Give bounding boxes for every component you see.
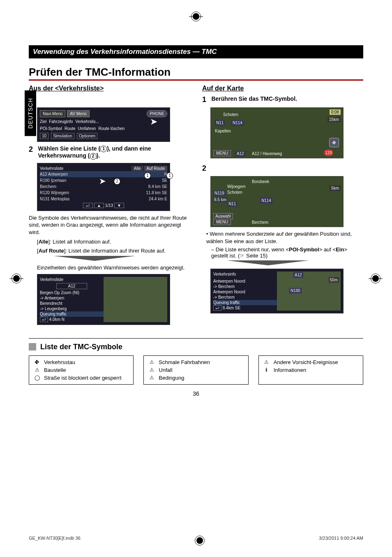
nav-bottom[interactable]: Simulation [51,133,74,139]
map-label: N11 [215,120,225,125]
roadworks-icon: ⚠ [33,367,41,373]
text-part: ). [97,152,100,159]
menu-button[interactable]: MENU [213,219,231,225]
bold-part: Ein [336,246,344,253]
step-number: 1 [202,95,210,104]
list-tab-alle[interactable]: Alle [131,166,143,171]
page: DEUTSCH Verwendung des Verkehrsinformati… [0,0,392,557]
map-label: A12 [235,151,245,156]
speed-badge: 120 [324,149,333,156]
menu-button[interactable]: MENU [213,150,231,156]
info-line: -> Berchem [213,295,277,300]
map-screenshot-2: Borsbeek Wijnegem Schoten N119 N11 N114 … [210,176,344,227]
circled-1-icon: 1 [100,146,107,152]
back-button[interactable]: ⮐ [40,317,48,322]
nav-menu-screenshot: Navi-Menü AV Menü PHONE Ziel Fahrzeuginf… [37,107,170,142]
option-alle: [Alle]: Listet all Information auf. [37,238,190,246]
cell: Wijnegem [51,190,69,195]
registration-mark-top [191,12,201,21]
callout-1-icon: 1 [166,172,173,179]
map-label: N114 [260,198,272,203]
detail-line: Berendrecht [40,301,104,306]
nav-bottom[interactable]: 10 [40,133,48,139]
tmc-button[interactable]: ⛖ [329,138,339,147]
text-part: Die Liste erscheint nur, wenn < [216,246,289,253]
detail-intro: Einzelheiten des gewählten Warnhinweises… [37,264,190,272]
detail-line: Bergen Op Zoom (NI) [40,290,104,295]
right-column: Auf der Karte 1 Berühren Sie das TMC-Sym… [202,82,363,328]
map-screenshot-1: 0:08 15km Schoten N11 N114 Kapellen MENU… [210,107,344,158]
map-label: Schoten [223,112,238,117]
status-line: Queuing traffic [40,311,104,317]
text-part: Wählen Sie eine Liste ( [38,145,100,152]
map-label: N114 [231,120,244,125]
text-part: > auf < [319,246,336,253]
dist: 4.0km [49,317,60,322]
nav-item[interactable]: Verkehrslis... [76,119,99,124]
symbol-row: ℹInformationen [263,366,359,374]
circled-2-icon: 2 [90,153,97,160]
nav-item[interactable]: Fahrzeuginfo [49,119,73,124]
step-number: 2 [202,164,210,173]
registration-mark-bottom [195,536,205,545]
map-label: A12 / Havenweg [252,151,282,156]
cell: SE [162,190,167,195]
step-text: Berühren Sie das TMC-Symbol. [211,95,297,102]
panel-title: Verkehrsinfo [213,272,277,277]
language-tab: DEUTSCH [25,91,36,136]
nav-tab[interactable]: AV Menü [67,110,89,117]
back-button[interactable]: ⮐ [83,203,93,208]
symbols-col-3: ⚠Andere Vorsicht-Ereignisse ℹInformation… [258,355,363,385]
nav-tab[interactable]: Navi-Menü [40,110,65,117]
footer-right: 3/23/2011 9:00:24 AM [319,536,363,545]
right-sub-heading: Auf der Karte [202,85,363,92]
table-row[interactable]: R120 Wijnegem 11.8 km SE [40,190,167,196]
table-row[interactable]: N131 Merksplas 24.4 km E [40,196,167,202]
symbols-grid: ⛖Verkehrsstau ⚠Baustelle ◯Straße ist blo… [29,355,363,385]
symbol-label: Straße ist blockiert oder gesperrt [44,375,122,381]
cell: Berchem [40,184,56,189]
blocked-road-icon: ◯ [33,375,41,381]
symbol-label: Baustelle [44,367,66,373]
flow-arrow-icon [227,260,309,265]
print-footer: GE_KW-NT30[E]f.indb 36 3/23/2011 9:00:24… [29,536,363,545]
dist: 8.4km [223,306,234,310]
detail-screenshot: Verkehrsliste A12 Bergen Op Zoom (NI) ->… [37,274,170,325]
pager-up[interactable]: ▲ [94,203,104,208]
map-label: A12 [293,272,303,278]
two-column-layout: Aus der <Verkehrsliste> 1 Navi-Menü AV M… [29,82,363,328]
symbol-label: Schmale Fahrbahnen [159,359,210,365]
map-label: Kapellen [215,128,231,134]
time-badge: 0:08 [330,109,341,115]
nav-item[interactable]: Route [65,126,76,131]
cell: 8.4 km [148,184,161,189]
list-tab-auf-route[interactable]: Auf Route [144,166,167,171]
symbols-col-1: ⛖Verkehrsstau ⚠Baustelle ◯Straße ist blo… [29,355,134,385]
pager-down[interactable]: ▼ [114,203,124,208]
pager-text: 1/13 [105,203,113,208]
dir: SE [235,306,240,310]
verkehrsliste-screenshot: Verkehrsliste Alle Auf Route A12 Antwerp… [37,163,170,211]
nav-item[interactable]: Route löschen [99,126,125,131]
condition-icon: ⚠ [148,375,155,381]
symbol-row: ⚠Schmale Fahrbahnen [148,358,244,366]
cell: R180 [40,178,50,183]
symbol-row: ◯Straße ist blockiert oder gesperrt [33,374,129,382]
scale-badge: 50m [329,277,339,283]
cell: N131 [40,197,50,201]
page-number: 36 [29,390,363,397]
auswahl-button[interactable]: Auswahl [213,213,233,219]
cell: Antwerpen [48,172,68,176]
back-button[interactable]: ⮐ [213,305,221,311]
symbol-row: ⛖Verkehrsstau [33,358,129,366]
nav-item[interactable]: POI-Symbol [40,126,62,131]
symbol-label: Unfall [159,367,172,373]
nav-item[interactable]: Umfahren [78,126,96,131]
bullet-multi-poi: Wenn mehrere Sonderziele auf der gewählt… [206,230,363,245]
nav-bottom[interactable]: Optionen [77,133,98,139]
left-sub-heading: Aus der <Verkehrsliste> [29,85,190,92]
symbol-label: Verkehrsstau [44,359,75,365]
dist-badge: 15km [327,117,341,122]
nav-item[interactable]: Ziel [40,119,46,124]
registration-mark-right [371,274,380,283]
